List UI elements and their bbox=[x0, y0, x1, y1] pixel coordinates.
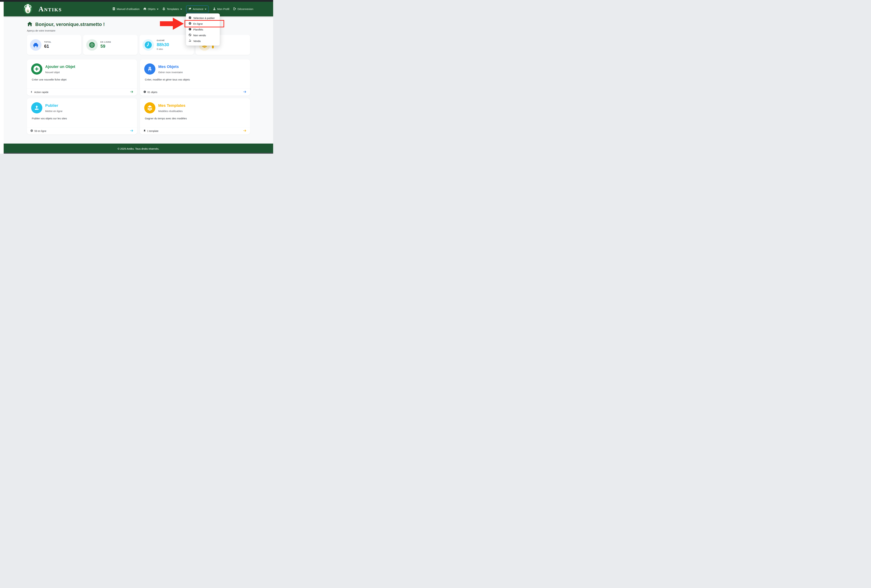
action-title: Mes Objets bbox=[159, 64, 183, 69]
nav-label: Templates bbox=[167, 7, 179, 10]
arrow-right-icon[interactable] bbox=[243, 129, 247, 133]
action-description: Créer une nouvelle fiche objet bbox=[27, 75, 137, 81]
brand-home-link[interactable]: A Antiks bbox=[24, 3, 62, 15]
arrow-right-icon[interactable] bbox=[130, 129, 134, 133]
main-nav: Manuel d'utilisation Objets bbox=[112, 5, 253, 13]
action-subtitle: Gérer mon inventaire bbox=[159, 71, 183, 74]
clock-icon bbox=[189, 28, 192, 31]
nav-label: Déconnexion bbox=[238, 7, 253, 10]
hand-dollar-icon: $ bbox=[189, 39, 192, 43]
upload-icon bbox=[31, 102, 42, 114]
nav-item-templates[interactable]: Templates bbox=[162, 7, 182, 11]
bookmark-icon bbox=[144, 129, 146, 133]
armchair-icon bbox=[30, 39, 42, 51]
site-footer: © 2025 Antiks. Tous droits réservés. bbox=[4, 144, 273, 154]
action-title: Publier bbox=[45, 103, 63, 108]
nav-item-announce[interactable]: Annonce Sélection à publier bbox=[186, 5, 209, 13]
chevron-down-icon bbox=[180, 9, 182, 10]
action-cards-grid: Ajouter un Objet Nouvel objet Créer une … bbox=[27, 60, 250, 135]
screen-top-edge bbox=[0, 0, 273, 2]
couch-icon bbox=[143, 7, 147, 11]
nav-item-manual[interactable]: Manuel d'utilisation bbox=[112, 7, 139, 11]
action-subtitle: Mettre en ligne bbox=[45, 109, 63, 112]
copyright-text: © 2025 Antiks. Tous droits réservés. bbox=[118, 147, 159, 150]
menu-item-label: Planifiés bbox=[193, 28, 203, 31]
stat-label: GAGNÉ bbox=[157, 39, 169, 42]
action-description: Publier vos objets sur les sites bbox=[27, 114, 137, 120]
action-description: Créer, modifier et gérer tous vos objets bbox=[140, 75, 250, 81]
app-header: A Antiks Manuel d'utilisation bbox=[4, 2, 273, 16]
action-footer-label: Action rapide bbox=[34, 91, 49, 94]
menu-item-label: Non vendu bbox=[193, 34, 206, 37]
nav-label: Mon Profil bbox=[217, 7, 229, 10]
amphora-logo-icon: A bbox=[24, 3, 32, 15]
action-card-mes-templates[interactable]: Mes Templates Modèles réutilisables Gagn… bbox=[140, 98, 250, 135]
action-card-publier[interactable]: Publier Mettre en ligne Publier vos obje… bbox=[27, 98, 137, 135]
chevron-down-icon bbox=[205, 9, 207, 10]
nav-label: Annonce bbox=[193, 7, 204, 10]
stat-label: TOTAL bbox=[44, 41, 52, 43]
action-subtitle: Modèles réutilisables bbox=[159, 109, 186, 112]
stat-card-gagne: GAGNÉ 88h30 6 sites bbox=[139, 35, 194, 55]
action-card-ajouter-objet[interactable]: Ajouter un Objet Nouvel objet Créer une … bbox=[27, 60, 137, 96]
action-footer-label: 1 template bbox=[147, 130, 159, 132]
svg-text:A: A bbox=[27, 10, 29, 12]
chair-icon bbox=[144, 63, 156, 75]
action-description: Gagner du temps avec des modèles bbox=[140, 114, 250, 120]
globe-icon bbox=[86, 39, 98, 51]
home-icon bbox=[27, 21, 33, 28]
page-title: Bonjour, veronique.strametto ! bbox=[35, 22, 105, 27]
info-icon bbox=[144, 90, 146, 94]
menu-item-selection-a-publier[interactable]: Sélection à publier bbox=[186, 15, 220, 21]
nav-item-logout[interactable]: Déconnexion bbox=[233, 7, 253, 11]
stat-card-en-ligne: EN LIGNE 59 bbox=[83, 35, 138, 55]
nav-label: Objets bbox=[148, 7, 156, 10]
person-icon bbox=[213, 7, 216, 11]
screen-bottom-edge bbox=[4, 153, 273, 154]
book-icon bbox=[112, 7, 115, 11]
megaphone-icon bbox=[188, 7, 192, 11]
announce-dropdown-menu: Sélection à publier En ligne bbox=[186, 13, 220, 46]
logout-icon bbox=[233, 7, 236, 11]
menu-item-vendu[interactable]: $ Vendu bbox=[186, 38, 220, 44]
nav-item-profile[interactable]: Mon Profil bbox=[213, 7, 229, 11]
action-footer-label: 59 en ligne bbox=[34, 130, 46, 132]
menu-item-non-vendu[interactable]: Non vendu bbox=[186, 32, 220, 38]
ban-icon bbox=[189, 33, 192, 37]
stat-label: EN LIGNE bbox=[100, 41, 111, 43]
svg-text:$: $ bbox=[189, 39, 190, 40]
menu-item-planifies[interactable]: Planifiés bbox=[186, 27, 220, 32]
nav-item-objects[interactable]: Objets bbox=[143, 7, 159, 11]
checkbox-check-icon bbox=[189, 16, 192, 20]
plus-circle-icon bbox=[31, 63, 42, 75]
stat-card-total: TOTAL 61 bbox=[27, 35, 81, 55]
stat-sub: 6 sites bbox=[157, 48, 169, 50]
stat-value: 59 bbox=[100, 44, 111, 49]
layers-icon bbox=[162, 7, 166, 11]
arrow-right-icon[interactable] bbox=[243, 90, 247, 94]
menu-item-label: Vendu bbox=[193, 40, 201, 42]
chevron-down-icon bbox=[157, 9, 159, 10]
lightning-icon bbox=[30, 90, 33, 94]
action-footer-label: 61 objets bbox=[148, 91, 157, 94]
menu-item-label: Sélection à publier bbox=[193, 16, 215, 19]
action-card-mes-objets[interactable]: Mes Objets Gérer mon inventaire Créer, m… bbox=[140, 60, 250, 96]
screen-left-margin bbox=[0, 2, 4, 154]
globe-icon bbox=[189, 22, 192, 25]
globe-icon bbox=[30, 129, 33, 133]
stat-value: 88h30 bbox=[157, 42, 169, 47]
menu-item-label: En ligne bbox=[193, 22, 203, 25]
antiks-app: A Antiks Manuel d'utilisation bbox=[4, 2, 273, 154]
arrow-right-icon[interactable] bbox=[130, 90, 134, 94]
clock-icon bbox=[142, 39, 154, 51]
nav-label: Manuel d'utilisation bbox=[117, 7, 139, 10]
stat-value: 61 bbox=[44, 44, 52, 49]
brand-name: Antiks bbox=[39, 6, 62, 12]
menu-item-en-ligne[interactable]: En ligne bbox=[186, 21, 220, 27]
action-subtitle: Nouvel objet bbox=[45, 71, 75, 74]
action-title: Ajouter un Objet bbox=[45, 64, 75, 69]
layers-icon bbox=[144, 102, 156, 114]
action-title: Mes Templates bbox=[159, 103, 186, 108]
